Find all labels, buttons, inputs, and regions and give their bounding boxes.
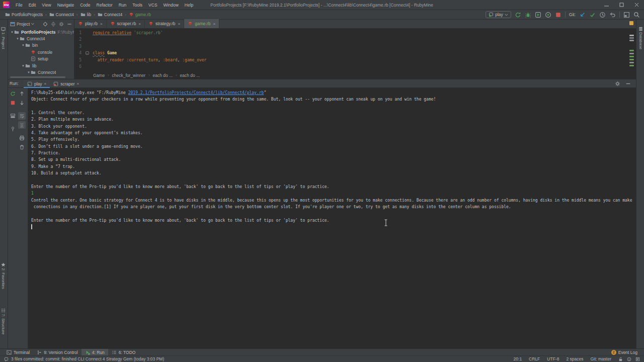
console-file-link[interactable]: 2019.2.1/PortfolioProjects/Connect4/lib/… xyxy=(128,90,264,95)
down-stack-trace-icon[interactable] xyxy=(18,99,26,107)
menu-code[interactable]: Code xyxy=(77,0,93,10)
stop-console-button[interactable] xyxy=(9,99,17,107)
line-separator[interactable]: CRLF xyxy=(529,356,540,361)
lock-unlocked-icon[interactable] xyxy=(618,357,623,361)
print-icon[interactable] xyxy=(18,134,26,142)
tool-button-structure[interactable]: 7: Structure xyxy=(1,308,6,334)
search-everywhere-button[interactable] xyxy=(633,12,640,18)
profiler-button[interactable] xyxy=(545,12,551,18)
run-tab-scraper[interactable]: scraper× xyxy=(50,79,83,88)
expand-arrow-icon[interactable]: ▼ xyxy=(21,44,25,47)
code-editor[interactable]: 1require_relative 'scraper.rb'234−class … xyxy=(74,29,636,70)
event-log-button[interactable]: 2 Event Log xyxy=(608,350,641,355)
code-breadcrumb-item[interactable]: each do ... xyxy=(152,73,173,78)
tree-item-portfolioprojects[interactable]: ▼PortfolioProjectsF:\RubyM xyxy=(8,29,74,35)
tree-item-bin[interactable]: ▼bin xyxy=(8,42,74,49)
tree-item-connect4[interactable]: ▼Connect4 xyxy=(8,35,74,42)
breadcrumb-item[interactable]: game.rb xyxy=(129,12,151,17)
tool-window-button-todo[interactable]: 6: TODO xyxy=(108,349,139,355)
expand-arrow-icon[interactable]: ▼ xyxy=(21,64,25,67)
git-branch[interactable]: Git: master xyxy=(590,356,611,361)
editor-tab-game.rb[interactable]: game.rb× xyxy=(184,19,219,28)
editor-tab-scraper.rb[interactable]: scraper.rb× xyxy=(107,19,145,28)
menu-view[interactable]: View xyxy=(39,0,54,10)
tree-item-console[interactable]: console xyxy=(8,49,74,55)
code-breadcrumb-item[interactable]: Game xyxy=(93,73,105,78)
caret-position[interactable]: 20:1 xyxy=(514,356,522,361)
reader-mode-icon[interactable] xyxy=(635,357,640,361)
expand-arrow-icon[interactable]: ▼ xyxy=(10,31,14,34)
hide-panel-icon[interactable] xyxy=(67,22,72,27)
menu-refactor[interactable]: Refactor xyxy=(94,0,116,10)
run-configuration-select[interactable]: play xyxy=(486,11,511,18)
menu-file[interactable]: File xyxy=(13,0,26,10)
hide-run-panel-icon[interactable] xyxy=(625,81,631,86)
file-encoding[interactable]: UTF-8 xyxy=(547,356,559,361)
close-tab-icon[interactable]: × xyxy=(178,22,181,26)
menu-edit[interactable]: Edit xyxy=(26,0,39,10)
status-message[interactable]: 3 files committed: commit: finished CLI … xyxy=(4,356,164,361)
scroll-to-end-icon[interactable] xyxy=(18,121,26,129)
breadcrumb-item[interactable]: lib xyxy=(80,12,92,17)
menu-window[interactable]: Window xyxy=(160,0,182,10)
stop-button[interactable] xyxy=(555,12,561,18)
tool-button-database[interactable]: Database xyxy=(638,27,643,49)
tool-window-button-run[interactable]: 4: Run xyxy=(82,349,108,355)
close-button[interactable] xyxy=(629,0,644,10)
inspection-indicator[interactable] xyxy=(629,21,633,25)
run-settings-gear-icon[interactable] xyxy=(615,81,620,86)
indent-style[interactable]: 2 spaces xyxy=(566,356,583,361)
rerun-button[interactable] xyxy=(515,12,521,18)
close-tab-icon[interactable]: × xyxy=(44,81,47,86)
run-console-output[interactable]: F:\Ruby25-x64\bin\ruby.exe "F:/RubyMine … xyxy=(28,88,636,348)
git-update-button[interactable] xyxy=(579,12,586,18)
editor-tab-play.rb[interactable]: play.rb× xyxy=(74,19,107,28)
editor-tab-strategy.rb[interactable]: strategy.rb× xyxy=(145,19,184,28)
history-button[interactable] xyxy=(599,12,606,18)
expand-arrow-icon[interactable]: ▼ xyxy=(27,71,31,74)
soft-wrap-icon[interactable] xyxy=(18,112,26,120)
rerun-console-button[interactable] xyxy=(9,90,17,98)
locate-file-icon[interactable] xyxy=(43,22,48,27)
close-tab-icon[interactable]: × xyxy=(100,22,103,26)
breadcrumb-item[interactable]: Connect4 xyxy=(98,12,122,17)
menu-vcs[interactable]: VCS xyxy=(145,0,160,10)
menu-navigate[interactable]: Navigate xyxy=(54,0,77,10)
tree-item-setup[interactable]: setup xyxy=(8,56,74,62)
debug-button[interactable] xyxy=(525,12,531,18)
code-breadcrumb-item[interactable]: each do ... xyxy=(180,73,200,78)
close-tab-icon[interactable]: × xyxy=(77,81,79,86)
close-tab-icon[interactable]: × xyxy=(213,22,215,26)
run-with-coverage-button[interactable] xyxy=(535,12,541,18)
menu-help[interactable]: Help xyxy=(182,0,196,10)
tool-window-button-vcs[interactable]: 9: Version Control xyxy=(33,349,82,355)
tool-windows-button[interactable] xyxy=(623,12,630,18)
fold-collapse-icon[interactable]: − xyxy=(86,51,89,55)
git-commit-button[interactable] xyxy=(589,12,596,18)
up-stack-trace-icon[interactable] xyxy=(18,90,26,98)
pin-tab-icon[interactable] xyxy=(9,125,17,133)
code-breadcrumb-item[interactable]: check_for_winner xyxy=(112,73,146,78)
tree-item-connect4[interactable]: ▼Connect4 xyxy=(8,69,74,75)
menu-run[interactable]: Run xyxy=(116,0,130,10)
tool-window-button-terminal[interactable]: Terminal xyxy=(3,349,33,355)
collapse-all-icon[interactable] xyxy=(51,22,56,27)
clear-all-icon[interactable] xyxy=(18,143,26,151)
breadcrumb-item[interactable]: Connect4 xyxy=(49,12,74,17)
tree-item-lib[interactable]: ▼lib xyxy=(8,62,74,69)
project-panel-title[interactable]: Project xyxy=(10,22,34,27)
menu-tools[interactable]: Tools xyxy=(129,0,145,10)
expand-arrow-icon[interactable]: ▼ xyxy=(16,37,20,40)
maximize-button[interactable] xyxy=(614,0,629,10)
settings-gear-icon[interactable] xyxy=(59,22,64,27)
restore-layout-icon[interactable] xyxy=(9,112,17,120)
run-tab-play[interactable]: play× xyxy=(24,79,50,88)
close-tab-icon[interactable]: × xyxy=(138,22,141,26)
tree-horizontal-scrollbar[interactable] xyxy=(10,76,65,78)
rollback-button[interactable] xyxy=(609,12,616,18)
highlighting-level-icon[interactable] xyxy=(627,357,631,361)
breadcrumb-item[interactable]: PortfolioProjects xyxy=(5,12,43,17)
minimize-button[interactable] xyxy=(599,0,614,10)
tool-button-favorites[interactable]: 2: Favorites xyxy=(1,262,6,289)
tool-button-project[interactable]: 1: Project xyxy=(1,27,6,49)
